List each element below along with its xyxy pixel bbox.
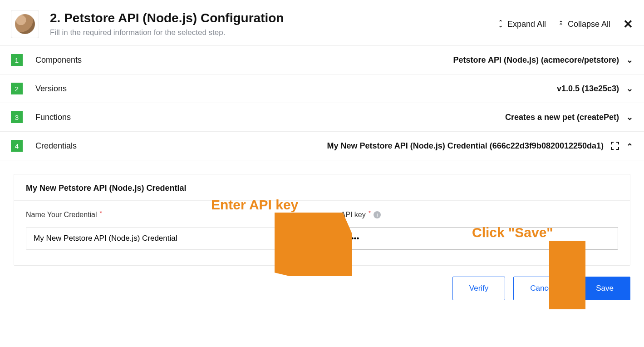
chevron-down-icon[interactable]: ⌄ bbox=[626, 112, 633, 122]
fullscreen-icon[interactable] bbox=[611, 142, 619, 150]
row-label: Functions bbox=[35, 113, 71, 122]
chevron-down-icon[interactable]: ⌄ bbox=[626, 55, 633, 65]
step-number: 2 bbox=[11, 83, 23, 94]
expand-all-label: Expand All bbox=[507, 20, 546, 29]
row-value: Petstore API (Node.js) (acmecore/petstor… bbox=[453, 55, 619, 65]
apikey-field-label: API key bbox=[341, 211, 366, 219]
expand-all-icon: ⌃⌄ bbox=[498, 21, 503, 27]
expand-all-button[interactable]: ⌃⌄ Expand All bbox=[498, 20, 546, 29]
step-number: 3 bbox=[11, 111, 23, 123]
collapse-all-label: Collapse All bbox=[568, 20, 610, 29]
dog-icon bbox=[15, 14, 35, 34]
required-star-icon: * bbox=[100, 209, 102, 217]
step-number: 4 bbox=[11, 140, 23, 152]
name-input[interactable] bbox=[26, 227, 318, 250]
step-avatar bbox=[11, 10, 39, 38]
row-credentials[interactable]: 4 Credentials My New Petstore API (Node.… bbox=[0, 132, 644, 160]
apikey-input[interactable] bbox=[341, 227, 618, 250]
close-icon[interactable]: ✕ bbox=[623, 17, 633, 31]
verify-button[interactable]: Verify bbox=[452, 277, 506, 300]
row-value: My New Petstore API (Node.js) Credential… bbox=[327, 141, 604, 151]
name-field-label: Name Your Credential bbox=[26, 211, 97, 219]
collapse-all-button[interactable]: ⌄⌃ Collapse All bbox=[559, 20, 610, 29]
info-icon[interactable]: i bbox=[374, 211, 381, 218]
save-button[interactable]: Save bbox=[579, 277, 630, 300]
row-value: Creates a new pet (createPet) bbox=[505, 113, 619, 122]
row-functions[interactable]: 3 Functions Creates a new pet (createPet… bbox=[0, 103, 644, 132]
page-subtitle: Fill in the required information for the… bbox=[50, 28, 284, 37]
credential-panel-title: My New Petstore API (Node.js) Credential bbox=[14, 174, 630, 201]
page-title: 2. Petstore API (Node.js) Configuration bbox=[50, 11, 284, 25]
chevron-down-icon[interactable]: ⌄ bbox=[626, 84, 633, 94]
row-label: Versions bbox=[35, 84, 67, 94]
collapse-all-icon: ⌄⌃ bbox=[559, 21, 563, 27]
row-versions[interactable]: 2 Versions v1.0.5 (13e25c3) ⌄ bbox=[0, 74, 644, 103]
cancel-button[interactable]: Cancel bbox=[513, 277, 571, 300]
chevron-up-icon[interactable]: ⌃ bbox=[626, 142, 633, 152]
step-number: 1 bbox=[11, 54, 23, 66]
row-components[interactable]: 1 Components Petstore API (Node.js) (acm… bbox=[0, 46, 644, 74]
row-value: v1.0.5 (13e25c3) bbox=[557, 84, 619, 94]
required-star-icon: * bbox=[369, 209, 371, 217]
row-label: Components bbox=[35, 55, 82, 65]
row-label: Credentials bbox=[35, 141, 77, 151]
